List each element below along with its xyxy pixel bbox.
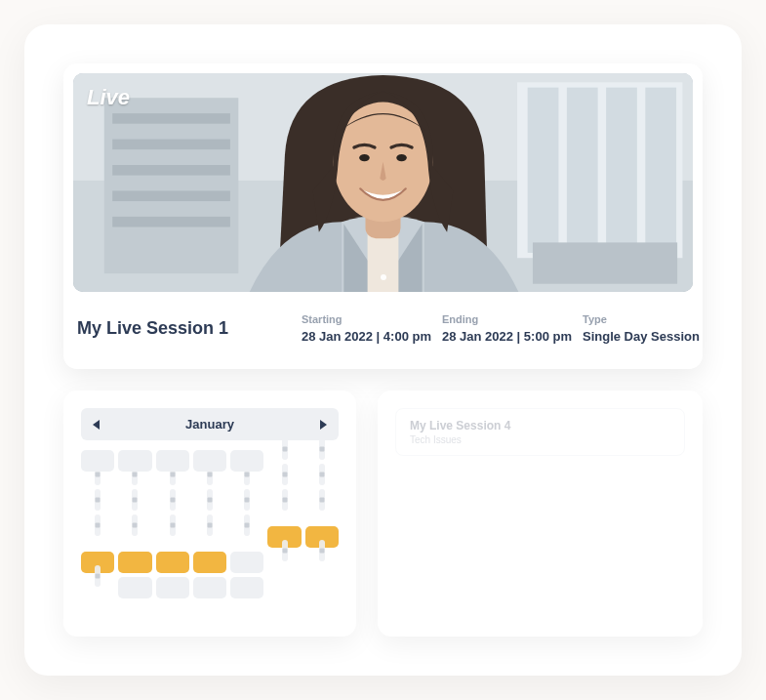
calendar-day-cell [267, 577, 301, 598]
calendar-day-cell[interactable] [207, 515, 213, 536]
calendar-prev-icon[interactable] [93, 420, 100, 430]
bottom-row: January My Live Session 4Tech Issues [63, 391, 703, 637]
meta-starting: Starting 28 Jan 2022 | 4:00 pm [302, 313, 419, 344]
calendar-day-cell[interactable] [170, 464, 176, 485]
svg-rect-2 [104, 98, 239, 273]
calendar-panel: January [63, 391, 356, 637]
calendar-day-cell[interactable] [319, 438, 325, 460]
calendar-day-cell[interactable] [156, 552, 189, 573]
calendar-grid [81, 450, 339, 598]
calendar-day-cell[interactable] [230, 552, 263, 573]
calendar-day-cell[interactable] [132, 464, 138, 485]
meta-ending: Ending 28 Jan 2022 | 5:00 pm [442, 313, 559, 344]
calendar-day-cell[interactable] [170, 489, 176, 511]
event-item[interactable]: My Live Session 4Tech Issues [395, 408, 685, 456]
calendar-day-cell[interactable] [282, 540, 288, 561]
calendar-day-cell[interactable] [170, 515, 176, 536]
meta-ending-label: Ending [442, 313, 559, 325]
svg-rect-11 [606, 88, 637, 253]
calendar-day-cell[interactable] [207, 464, 213, 485]
meta-type-label: Type [583, 313, 700, 325]
events-panel: My Live Session 4Tech Issues [378, 391, 703, 637]
session-meta-row: My Live Session 1 Starting 28 Jan 2022 |… [63, 292, 703, 369]
calendar-day-cell[interactable] [282, 464, 288, 485]
meta-starting-label: Starting [302, 313, 419, 325]
events-list: My Live Session 4Tech Issues [395, 408, 685, 456]
calendar-day-cell[interactable] [95, 565, 101, 587]
svg-rect-6 [112, 190, 230, 201]
calendar-month-label: January [185, 417, 234, 432]
calendar-day-cell[interactable] [193, 577, 226, 598]
session-title: My Live Session 1 [73, 318, 278, 339]
carousel-indicator[interactable] [381, 274, 386, 280]
event-item-title: My Live Session 4 [410, 419, 670, 432]
svg-rect-12 [645, 88, 676, 253]
calendar-day-cell[interactable] [118, 577, 151, 598]
svg-rect-3 [112, 113, 230, 124]
svg-rect-7 [112, 217, 230, 227]
calendar-day-cell[interactable] [207, 489, 213, 511]
calendar-header: January [81, 408, 339, 440]
calendar-day-cell[interactable] [95, 489, 101, 511]
calendar-day-cell[interactable] [282, 438, 288, 460]
svg-rect-4 [112, 140, 230, 150]
calendar-day-cell[interactable] [95, 464, 101, 485]
meta-type: Type Single Day Session [583, 313, 700, 344]
meta-type-value: Single Day Session [583, 329, 700, 344]
svg-rect-9 [528, 88, 559, 253]
calendar-day-cell[interactable] [95, 515, 101, 536]
meta-ending-value: 28 Jan 2022 | 5:00 pm [442, 329, 559, 344]
session-card: Live My Live Session 1 Starting 28 Jan 2… [63, 63, 703, 369]
calendar-day-cell[interactable] [118, 552, 151, 573]
calendar-day-cell[interactable] [244, 489, 250, 511]
session-hero-image: Live [73, 73, 693, 292]
calendar-day-cell[interactable] [319, 489, 325, 511]
svg-rect-10 [567, 88, 598, 253]
calendar-day-cell[interactable] [156, 577, 189, 598]
calendar-day-cell[interactable] [132, 489, 138, 511]
calendar-day-cell[interactable] [244, 464, 250, 485]
svg-rect-13 [533, 242, 677, 283]
calendar-day-cell[interactable] [230, 577, 263, 598]
calendar-day-cell[interactable] [319, 464, 325, 485]
svg-rect-5 [112, 165, 230, 176]
calendar-day-cell[interactable] [193, 552, 226, 573]
svg-point-17 [396, 154, 407, 161]
calendar-day-cell[interactable] [319, 540, 325, 561]
event-item-subtitle: Tech Issues [410, 434, 670, 445]
main-card: Live My Live Session 1 Starting 28 Jan 2… [24, 24, 742, 676]
calendar-day-cell[interactable] [244, 515, 250, 536]
calendar-next-icon[interactable] [320, 420, 327, 430]
live-badge: Live [87, 85, 130, 110]
calendar-day-cell[interactable] [132, 515, 138, 536]
svg-point-16 [359, 154, 370, 161]
calendar-day-cell [305, 577, 339, 598]
calendar-day-cell[interactable] [282, 489, 288, 511]
meta-starting-value: 28 Jan 2022 | 4:00 pm [302, 329, 419, 344]
